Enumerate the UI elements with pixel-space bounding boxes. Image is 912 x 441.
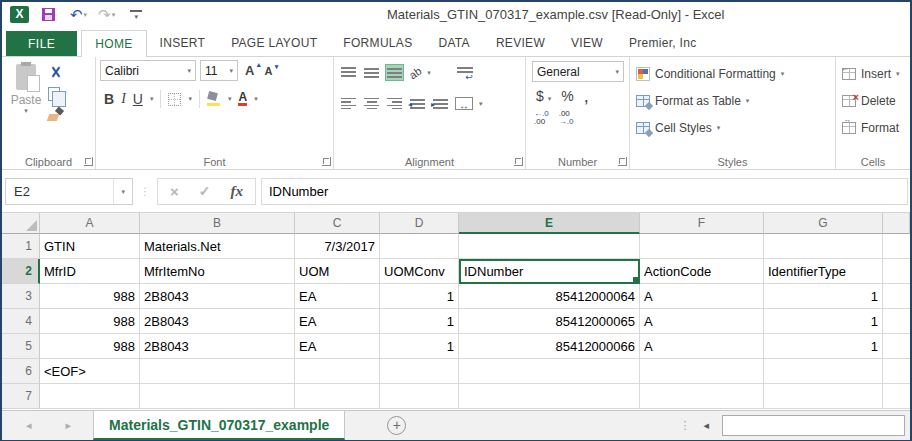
sheet-tab-active[interactable]: Materials_GTIN_070317_example — [93, 411, 345, 440]
cell-E4[interactable]: 85412000065 — [459, 309, 640, 334]
decrease-decimal-button[interactable]: .00→.0 — [559, 110, 574, 126]
comma-format-button[interactable]: , — [584, 92, 589, 100]
next-sheet-icon[interactable]: ▸ — [62, 419, 76, 432]
horizontal-scrollbar-thumb[interactable] — [722, 415, 905, 436]
number-dialog-launcher[interactable] — [618, 157, 627, 166]
cell-C5[interactable]: EA — [295, 334, 380, 359]
cell-E7[interactable] — [459, 384, 640, 409]
copy-button[interactable]: ▾ — [48, 87, 67, 101]
cell-D7[interactable] — [380, 384, 459, 409]
underline-button[interactable]: U — [133, 91, 143, 107]
middle-align-button[interactable] — [363, 65, 380, 80]
cell-B7[interactable] — [140, 384, 295, 409]
row-header-4[interactable]: 4 — [2, 309, 40, 334]
row-header-2[interactable]: 2 — [2, 259, 40, 284]
cell-A6[interactable]: <EOF> — [40, 359, 140, 384]
cell-G6[interactable] — [764, 359, 883, 384]
cell-E1[interactable] — [459, 234, 640, 259]
column-header-e[interactable]: E — [459, 213, 640, 234]
cell-C4[interactable]: EA — [295, 309, 380, 334]
conditional-formatting-button[interactable]: Conditional Formatting ▾ — [636, 60, 831, 87]
tab-data[interactable]: DATA — [425, 30, 482, 56]
row-header-6[interactable]: 6 — [2, 359, 40, 384]
name-box[interactable]: E2 ▾ — [5, 178, 133, 205]
cell-F3[interactable]: A — [640, 284, 764, 309]
scroll-left-icon[interactable]: ◂ — [699, 419, 713, 432]
cell-styles-button[interactable]: Cell Styles ▾ — [636, 114, 831, 141]
insert-function-icon[interactable]: fx — [231, 183, 244, 200]
align-left-button[interactable] — [340, 96, 357, 111]
save-icon[interactable] — [42, 8, 55, 21]
increase-indent-button[interactable]: ▸ — [432, 96, 449, 111]
tab-premier-inc[interactable]: Premier, Inc — [616, 30, 710, 56]
borders-dropdown-icon[interactable]: ▾ — [188, 95, 192, 103]
tab-file[interactable]: FILE — [6, 31, 77, 56]
excel-logo-icon[interactable]: X — [10, 6, 29, 23]
decrease-font-size-button[interactable]: A▾ — [261, 65, 275, 77]
cell-D4[interactable]: 1 — [380, 309, 459, 334]
orientation-button[interactable]: ab — [407, 64, 424, 81]
cell-F6[interactable] — [640, 359, 764, 384]
tab-splitter-icon[interactable]: ⋮ — [679, 419, 690, 432]
insert-cells-button[interactable]: ← Insert ▾ — [842, 60, 906, 87]
font-color-icon[interactable]: A — [238, 92, 247, 106]
number-format-dropdown-icon[interactable]: ▾ — [611, 68, 619, 76]
orientation-dropdown-icon[interactable]: ▾ — [427, 69, 431, 77]
name-box-dropdown-icon[interactable]: ▾ — [113, 179, 132, 204]
tab-home[interactable]: HOME — [81, 30, 146, 57]
cell-A1[interactable]: GTIN — [40, 234, 140, 259]
row-header-7[interactable]: 7 — [2, 384, 40, 409]
cell-D1[interactable] — [380, 234, 459, 259]
formula-bar-splitter[interactable]: ⋮ — [140, 186, 150, 197]
cell-D6[interactable] — [380, 359, 459, 384]
alignment-dialog-launcher[interactable] — [514, 157, 523, 166]
align-center-button[interactable] — [363, 96, 380, 111]
cell-G3[interactable]: 1 — [764, 284, 883, 309]
cell-A7[interactable] — [40, 384, 140, 409]
cell-C6[interactable] — [295, 359, 380, 384]
delete-cells-button[interactable]: × Delete — [842, 87, 906, 114]
bold-button[interactable]: B — [104, 91, 114, 107]
paste-button[interactable]: Paste ▾ — [6, 60, 46, 151]
cell-F2[interactable]: ActionCode — [640, 259, 764, 284]
number-format-select[interactable]: General ▾ — [532, 61, 624, 82]
cut-icon[interactable] — [48, 66, 64, 80]
bottom-align-button[interactable] — [386, 65, 403, 80]
font-dialog-launcher[interactable] — [322, 157, 331, 166]
cell-D5[interactable]: 1 — [380, 334, 459, 359]
cancel-icon[interactable]: × — [170, 183, 179, 200]
cell-C1[interactable]: 7/3/2017 — [295, 234, 380, 259]
tab-page-layout[interactable]: PAGE LAYOUT — [218, 30, 330, 56]
increase-decimal-button[interactable]: ←.0.00 — [534, 110, 549, 126]
increase-font-size-button[interactable]: A▴ — [242, 63, 257, 78]
formula-input[interactable]: IDNumber — [261, 178, 908, 205]
cell-C7[interactable] — [295, 384, 380, 409]
cell-F5[interactable]: A — [640, 334, 764, 359]
cell-B4[interactable]: 2B8043 — [140, 309, 295, 334]
italic-button[interactable]: I — [121, 91, 126, 107]
row-header-3[interactable]: 3 — [2, 284, 40, 309]
percent-format-button[interactable]: % — [561, 88, 573, 104]
format-cells-button[interactable]: ↔ Format — [842, 114, 906, 141]
merge-center-button[interactable]: ↔ — [455, 97, 473, 110]
clipboard-dialog-launcher[interactable] — [84, 157, 93, 166]
column-header-f[interactable]: F — [640, 213, 764, 234]
cell-G5[interactable]: 1 — [764, 334, 883, 359]
tab-formulas[interactable]: FORMULAS — [330, 30, 425, 56]
fill-color-icon[interactable] — [207, 92, 221, 106]
row-header-1[interactable]: 1 — [2, 234, 40, 259]
tab-review[interactable]: REVIEW — [483, 30, 558, 56]
cell-F4[interactable]: A — [640, 309, 764, 334]
new-sheet-button[interactable]: + — [387, 416, 406, 435]
align-right-button[interactable] — [386, 96, 403, 111]
enter-icon[interactable]: ✓ — [199, 183, 211, 199]
tab-view[interactable]: VIEW — [558, 30, 616, 56]
font-size-dropdown-icon[interactable]: ▾ — [225, 67, 233, 75]
cell-D3[interactable]: 1 — [380, 284, 459, 309]
cell-G7[interactable] — [764, 384, 883, 409]
cell-B2[interactable]: MfrItemNo — [140, 259, 295, 284]
currency-format-button[interactable]: $ ▾ — [536, 88, 551, 104]
cell-A2[interactable]: MfrID — [40, 259, 140, 284]
cell-E2[interactable]: IDNumber — [459, 259, 640, 284]
column-header-c[interactable]: C — [295, 213, 380, 234]
